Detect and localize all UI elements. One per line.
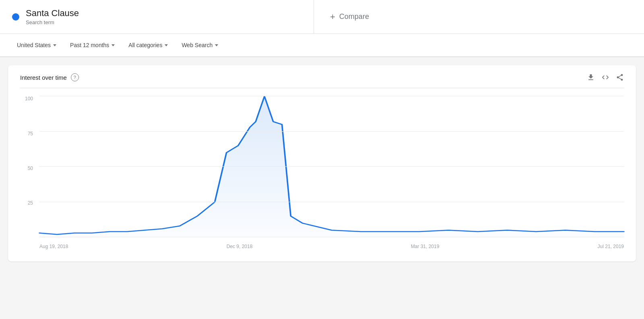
- top-bar: Santa Clause Search term + Compare: [0, 0, 644, 34]
- main-content: Interest over time ?: [0, 57, 644, 269]
- time-label: Past 12 months: [70, 42, 109, 48]
- category-chevron-icon: [165, 44, 168, 46]
- help-icon[interactable]: ?: [71, 73, 79, 81]
- grid-line-75: [39, 131, 624, 132]
- grid-line-25: [39, 202, 624, 202]
- y-label-75: 75: [20, 131, 36, 136]
- filters-bar: United States Past 12 months All categor…: [0, 34, 644, 57]
- chart-area: 25 50 75 100: [20, 96, 624, 249]
- embed-icon[interactable]: [601, 73, 609, 81]
- download-icon[interactable]: [587, 73, 595, 81]
- line-chart-svg: [39, 96, 624, 237]
- plus-icon: +: [330, 12, 335, 22]
- search-term-section: Santa Clause Search term: [0, 0, 314, 33]
- compare-section: + Compare: [314, 0, 644, 33]
- region-label: United States: [17, 42, 51, 48]
- y-label-50: 50: [20, 166, 36, 171]
- chart-header: Interest over time ?: [20, 73, 624, 88]
- search-term-text: Santa Clause Search term: [26, 8, 79, 25]
- x-label-mar: Mar 31, 2019: [411, 244, 440, 249]
- compare-label: Compare: [339, 12, 369, 21]
- chart-card: Interest over time ?: [8, 65, 636, 261]
- grid-line-100: [39, 96, 624, 96]
- category-filter[interactable]: All categories: [124, 39, 173, 52]
- chart-title: Interest over time: [20, 74, 67, 81]
- chart-actions: [587, 73, 624, 81]
- x-label-jul: Jul 21, 2019: [598, 244, 624, 249]
- category-label: All categories: [128, 42, 162, 48]
- y-label-25: 25: [20, 201, 36, 205]
- search-term-type: Search term: [26, 19, 79, 25]
- x-label-dec: Dec 9, 2018: [227, 244, 253, 249]
- chart-title-group: Interest over time ?: [20, 73, 79, 81]
- share-icon[interactable]: [616, 73, 624, 81]
- grid-line-50: [39, 166, 624, 167]
- term-color-dot: [12, 13, 19, 21]
- time-filter[interactable]: Past 12 months: [65, 39, 120, 52]
- time-chevron-icon: [111, 44, 115, 46]
- x-axis-labels: Aug 19, 2018 Dec 9, 2018 Mar 31, 2019 Ju…: [39, 237, 624, 249]
- chart-plot: [39, 96, 624, 237]
- y-axis-labels: 25 50 75 100: [20, 96, 36, 237]
- region-filter[interactable]: United States: [12, 39, 61, 52]
- search-type-chevron-icon: [215, 44, 218, 46]
- x-label-aug: Aug 19, 2018: [39, 244, 68, 249]
- search-type-label: Web Search: [182, 42, 213, 48]
- search-term-title: Santa Clause: [26, 8, 79, 19]
- region-chevron-icon: [53, 44, 56, 46]
- y-label-100: 100: [20, 96, 36, 101]
- compare-button[interactable]: + Compare: [330, 12, 369, 22]
- search-type-filter[interactable]: Web Search: [177, 39, 223, 52]
